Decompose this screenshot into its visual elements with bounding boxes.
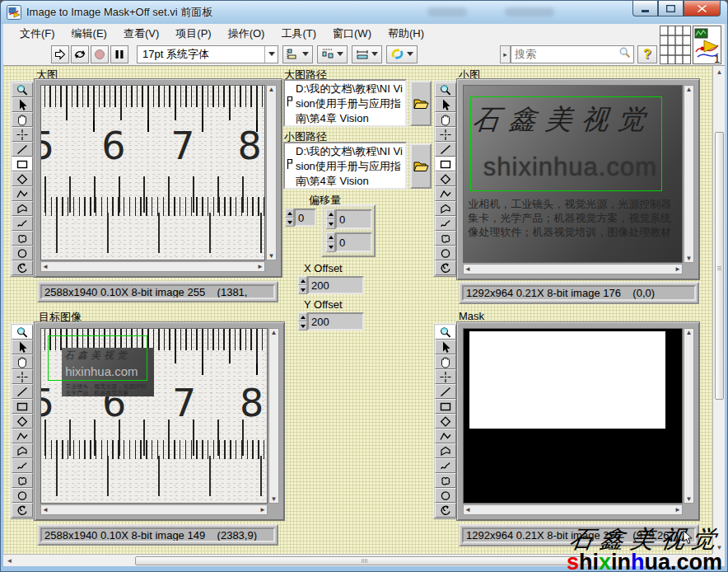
- offset-index-value[interactable]: 0: [294, 209, 316, 227]
- polygon-tool[interactable]: [12, 443, 33, 458]
- menu-edit[interactable]: 编辑(E): [63, 24, 115, 44]
- menu-tools[interactable]: 工具(T): [273, 24, 324, 44]
- menu-help[interactable]: 帮助(H): [380, 24, 432, 44]
- image-horizontal-scrollbar[interactable]: ◄►: [40, 504, 268, 515]
- vi-icon[interactable]: 1: [693, 26, 721, 68]
- line-tool[interactable]: [12, 384, 33, 399]
- rectangle-tool[interactable]: [435, 399, 456, 414]
- freehand-region-tool[interactable]: [435, 473, 456, 488]
- annulus-tool[interactable]: [435, 503, 456, 518]
- rotated-rectangle-tool[interactable]: [12, 414, 33, 429]
- zoom-tool[interactable]: [435, 82, 456, 97]
- polyline-tool[interactable]: [435, 186, 456, 201]
- scrollbar-thumb[interactable]: [135, 556, 588, 565]
- polygon-tool[interactable]: [435, 443, 456, 458]
- big-path-browse-button[interactable]: [410, 81, 432, 126]
- point-tool[interactable]: [12, 127, 33, 142]
- rectangle-tool[interactable]: [12, 399, 33, 414]
- font-selector[interactable]: 17pt 系统字体: [137, 45, 278, 63]
- menu-file[interactable]: 文件(F): [12, 24, 63, 44]
- big-path-control[interactable]: D:\我的文档\教程\NI Vision使用手册与应用指南\第4章 Vision: [283, 79, 407, 127]
- resize-objects-button[interactable]: [352, 45, 382, 63]
- search-collapse-button[interactable]: ▸: [500, 45, 511, 63]
- pause-button[interactable]: [110, 45, 128, 63]
- image-vertical-scrollbar[interactable]: ▲▼: [684, 85, 694, 263]
- line-tool[interactable]: [435, 384, 456, 399]
- zoom-tool[interactable]: [435, 325, 456, 340]
- distribute-objects-button[interactable]: [317, 45, 348, 63]
- polyline-tool[interactable]: [435, 429, 456, 443]
- polyline-tool[interactable]: [12, 429, 33, 443]
- menu-operate[interactable]: 操作(O): [220, 24, 273, 44]
- scroll-right-icon[interactable]: ►: [700, 555, 712, 567]
- image-horizontal-scrollbar[interactable]: ◄►: [40, 261, 265, 272]
- line-tool[interactable]: [12, 142, 33, 157]
- small-path-control[interactable]: D:\我的文档\教程\NI Vision使用手册与应用指南\第4章 Vision: [283, 142, 407, 190]
- y-offset-value[interactable]: 200: [307, 312, 364, 331]
- close-button[interactable]: [684, 1, 721, 16]
- image-vertical-scrollbar[interactable]: ▲▼: [684, 328, 694, 504]
- freehand-line-tool[interactable]: [12, 216, 33, 231]
- image-vertical-scrollbar[interactable]: ▲▼: [266, 85, 277, 260]
- freehand-line-tool[interactable]: [435, 216, 456, 231]
- offset-value-0[interactable]: 0: [335, 209, 372, 229]
- mask-canvas[interactable]: [464, 329, 682, 503]
- spinner[interactable]: [285, 209, 294, 227]
- image-horizontal-scrollbar[interactable]: ◄►: [463, 504, 683, 515]
- run-button[interactable]: [51, 45, 69, 63]
- alignment-grid-icon[interactable]: [660, 26, 691, 68]
- freehand-line-tool[interactable]: [12, 458, 33, 473]
- search-input[interactable]: [511, 48, 618, 60]
- big-path-value[interactable]: D:\我的文档\教程\NI Vision使用手册与应用指南\第4章 Vision: [296, 82, 404, 124]
- context-help-button[interactable]: ?: [637, 45, 657, 63]
- menu-view[interactable]: 查看(V): [115, 24, 167, 44]
- polygon-tool[interactable]: [435, 201, 456, 216]
- point-tool[interactable]: [12, 369, 33, 384]
- annulus-tool[interactable]: [435, 260, 456, 275]
- annulus-tool[interactable]: [12, 503, 33, 518]
- oval-tool[interactable]: [12, 488, 33, 503]
- roi-rectangle[interactable]: [48, 335, 147, 381]
- big-image-display[interactable]: 5 6 7 8 ▲▼ ◄►: [34, 78, 282, 278]
- selection-tool[interactable]: [12, 340, 33, 354]
- point-tool[interactable]: [435, 369, 456, 384]
- scroll-down-icon[interactable]: ▼: [713, 542, 726, 554]
- selection-tool[interactable]: [435, 97, 456, 112]
- mask-image-display[interactable]: ▲▼ ◄►: [456, 321, 700, 521]
- target-image-canvas[interactable]: 5 6 7 8 石鑫美视觉 hixinhua.com 工业镜头，视觉光源，光源控…: [41, 329, 267, 503]
- menu-window[interactable]: 窗口(W): [324, 24, 380, 44]
- rotated-rectangle-tool[interactable]: [435, 414, 456, 429]
- image-horizontal-scrollbar[interactable]: ◄►: [463, 264, 683, 274]
- panel-vertical-scrollbar[interactable]: ▲ ▼: [712, 66, 725, 554]
- selection-tool[interactable]: [12, 97, 33, 112]
- zoom-tool[interactable]: [12, 325, 33, 340]
- zoom-tool[interactable]: [12, 82, 33, 97]
- big-image-canvas[interactable]: 5 6 7 8: [41, 86, 264, 260]
- front-panel[interactable]: 大图 5 6 7 8 ▲▼ ◄►: [3, 66, 712, 554]
- polyline-tool[interactable]: [12, 186, 33, 201]
- align-objects-button[interactable]: [282, 45, 313, 63]
- small-image-display[interactable]: 石鑫美视觉 shixinhua.com 业相机，工业镜头，视觉光源，光源控制器 …: [456, 78, 700, 280]
- menu-project[interactable]: 项目(P): [167, 24, 219, 44]
- target-image-display[interactable]: 5 6 7 8 石鑫美视觉 hixinhua.com 工业镜头，视觉光源，光源控…: [34, 321, 285, 521]
- oval-tool[interactable]: [435, 246, 456, 260]
- reorder-button[interactable]: [386, 45, 418, 63]
- oval-tool[interactable]: [435, 488, 456, 503]
- scroll-left-icon[interactable]: ◄: [3, 555, 16, 567]
- scrollbar-thumb[interactable]: [715, 132, 724, 400]
- spinner[interactable]: [326, 209, 335, 229]
- x-offset-value[interactable]: 200: [307, 276, 364, 294]
- pan-tool[interactable]: [12, 112, 33, 127]
- roi-rectangle[interactable]: [470, 96, 662, 192]
- freehand-line-tool[interactable]: [435, 458, 456, 473]
- spinner[interactable]: [326, 232, 335, 252]
- oval-tool[interactable]: [12, 246, 33, 260]
- image-vertical-scrollbar[interactable]: ▲▼: [268, 328, 279, 504]
- offset-value-1[interactable]: 0: [335, 232, 372, 252]
- line-tool[interactable]: [435, 142, 456, 157]
- rectangle-tool[interactable]: [435, 157, 456, 171]
- minimize-button[interactable]: [632, 1, 658, 16]
- scroll-up-icon[interactable]: ▲: [713, 66, 726, 78]
- small-image-canvas[interactable]: 石鑫美视觉 shixinhua.com 业相机，工业镜头，视觉光源，光源控制器 …: [464, 86, 682, 262]
- polygon-tool[interactable]: [12, 201, 33, 216]
